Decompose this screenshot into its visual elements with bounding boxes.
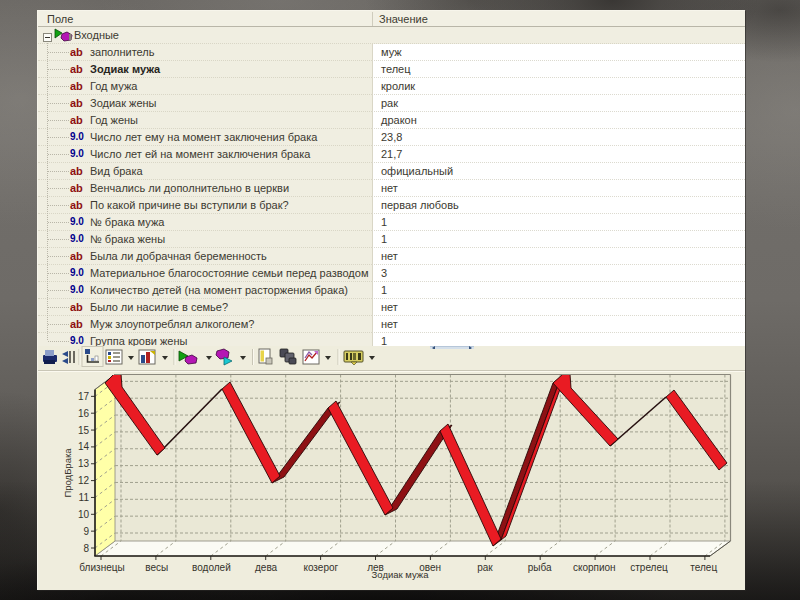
svg-text:15: 15 bbox=[78, 425, 90, 436]
svg-text:9: 9 bbox=[83, 526, 89, 537]
svg-text:16: 16 bbox=[78, 408, 90, 419]
svg-text:стрелец: стрелец bbox=[630, 562, 668, 573]
svg-text:14: 14 bbox=[78, 441, 90, 452]
svg-text:рыба: рыба bbox=[528, 562, 552, 573]
svg-text:10: 10 bbox=[78, 509, 90, 520]
svg-text:11: 11 bbox=[79, 492, 90, 503]
svg-text:водолей: водолей bbox=[192, 562, 231, 573]
svg-text:13: 13 bbox=[78, 458, 90, 469]
svg-text:17: 17 bbox=[78, 391, 90, 402]
svg-text:близнецы: близнецы bbox=[79, 562, 124, 573]
svg-text:8: 8 bbox=[83, 543, 89, 554]
svg-text:дева: дева bbox=[255, 562, 278, 573]
svg-text:рак: рак bbox=[477, 562, 493, 573]
svg-text:козерог: козерог bbox=[303, 562, 338, 573]
svg-text:12: 12 bbox=[78, 475, 90, 486]
svg-text:телец: телец bbox=[690, 562, 717, 573]
svg-text:весы: весы bbox=[145, 562, 168, 573]
svg-text:Зодиак мужа: Зодиак мужа bbox=[372, 569, 430, 580]
svg-text:ПродБрака: ПродБрака bbox=[62, 448, 73, 498]
svg-text:скорпион: скорпион bbox=[573, 562, 616, 573]
